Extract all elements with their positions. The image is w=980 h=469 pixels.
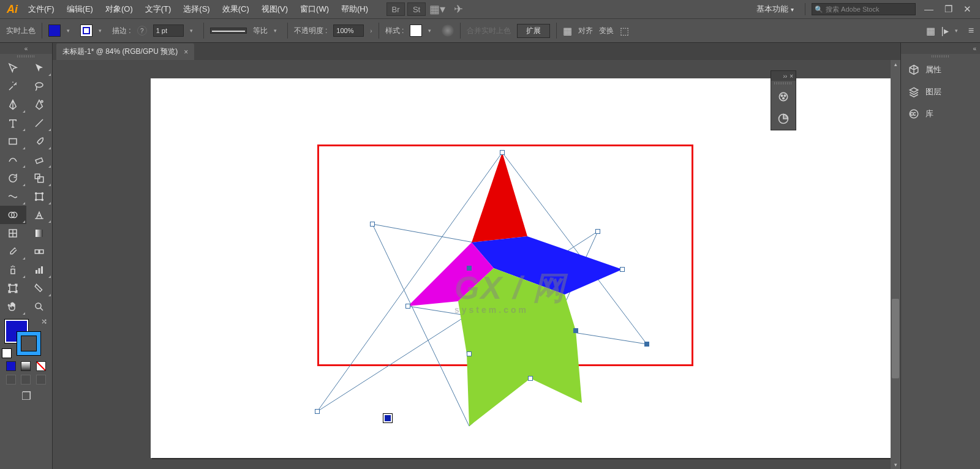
- stroke-swatch[interactable]: [80, 24, 92, 37]
- menu-edit[interactable]: 编辑(E): [61, 0, 99, 18]
- artboard-tool[interactable]: [0, 279, 26, 298]
- minimize-button[interactable]: —: [924, 4, 933, 15]
- zoom-tool[interactable]: [26, 298, 53, 316]
- screen-mode-icon[interactable]: ❐: [21, 389, 31, 403]
- line-tool[interactable]: [26, 114, 53, 132]
- anchor-point[interactable]: [644, 342, 649, 347]
- anchor-point[interactable]: [620, 267, 625, 272]
- anchor-point[interactable]: [467, 266, 472, 271]
- grip-icon[interactable]: [0, 54, 52, 59]
- direct-selection-tool[interactable]: [26, 59, 53, 77]
- panel-icon-1[interactable]: ▦: [926, 25, 935, 37]
- lasso-tool[interactable]: [26, 77, 53, 96]
- eraser-tool[interactable]: [26, 151, 53, 169]
- eyedropper-tool[interactable]: [0, 242, 26, 261]
- close-tab-button[interactable]: ×: [184, 48, 188, 56]
- color-mode-gradient[interactable]: [21, 361, 31, 371]
- draw-inside-icon[interactable]: [36, 375, 46, 385]
- anchor-point[interactable]: [595, 229, 600, 234]
- rotate-tool[interactable]: [0, 169, 26, 187]
- transform-label[interactable]: 变换: [599, 26, 614, 36]
- scroll-up-icon[interactable]: ▴: [891, 61, 900, 67]
- stroke-weight-input[interactable]: [153, 24, 184, 37]
- anchor-point[interactable]: [315, 409, 320, 414]
- bridge-icon[interactable]: Br: [386, 2, 405, 16]
- workspace-switcher[interactable]: 基本功能 ▾: [752, 4, 799, 15]
- align-icon[interactable]: ▦: [563, 25, 572, 37]
- collapse-panels-button[interactable]: «: [901, 43, 980, 54]
- anchor-point[interactable]: [467, 351, 472, 356]
- slice-tool[interactable]: [26, 279, 53, 298]
- close-button[interactable]: ✕: [963, 4, 971, 15]
- draw-behind-icon[interactable]: [21, 375, 31, 385]
- menu-type[interactable]: 文字(T): [139, 0, 178, 18]
- draw-normal-icon[interactable]: [6, 375, 16, 385]
- gradient-tool[interactable]: [26, 224, 53, 242]
- selection-tool[interactable]: [0, 59, 26, 77]
- collapse-floating-icon[interactable]: ››: [783, 73, 787, 80]
- color-mode-none[interactable]: [36, 361, 46, 371]
- rectangle-tool[interactable]: [0, 132, 26, 151]
- free-transform-tool[interactable]: [26, 187, 53, 206]
- column-graph-tool[interactable]: [26, 261, 53, 279]
- expand-button[interactable]: 扩展: [517, 24, 550, 38]
- shape-builder-tool[interactable]: [0, 206, 26, 224]
- vertical-scrollbar[interactable]: ▴ ▾: [891, 60, 900, 469]
- grip-icon[interactable]: [901, 54, 980, 59]
- menu-view[interactable]: 视图(V): [255, 0, 294, 18]
- grip-icon[interactable]: [771, 81, 796, 86]
- document-tab[interactable]: 未标题-1* @ 84% (RGB/GPU 预览) ×: [56, 43, 194, 60]
- opacity-input[interactable]: [333, 24, 364, 37]
- menu-select[interactable]: 选择(S): [177, 0, 216, 18]
- style-dropdown[interactable]: ▾: [428, 28, 435, 34]
- arrange-docs-icon[interactable]: ▦▾: [428, 2, 447, 16]
- dash-dropdown[interactable]: ▾: [274, 28, 281, 34]
- menu-object[interactable]: 对象(O): [99, 0, 139, 18]
- star-shape[interactable]: [285, 133, 726, 452]
- color-guide-icon[interactable]: [771, 108, 796, 130]
- stroke-help-icon[interactable]: ?: [137, 26, 147, 36]
- color-panel-icon[interactable]: [771, 86, 796, 108]
- curvature-tool[interactable]: [26, 96, 53, 114]
- anchor-point[interactable]: [500, 150, 505, 155]
- isolate-icon[interactable]: ⬚: [620, 25, 629, 37]
- menu-help[interactable]: 帮助(H): [335, 0, 374, 18]
- close-floating-icon[interactable]: ×: [790, 73, 793, 80]
- scroll-down-icon[interactable]: ▾: [891, 462, 900, 468]
- anchor-point[interactable]: [370, 222, 375, 227]
- stock-icon[interactable]: St: [407, 2, 426, 16]
- scale-tool[interactable]: [26, 169, 53, 187]
- swap-fill-stroke-icon[interactable]: ⤭: [41, 317, 47, 326]
- properties-panel-tab[interactable]: 属性: [901, 59, 980, 81]
- layers-panel-tab[interactable]: 图层: [901, 81, 980, 103]
- floating-panel[interactable]: ›› ×: [771, 70, 796, 130]
- stroke-weight-dropdown[interactable]: ▾: [190, 28, 197, 34]
- vertical-scroll-thumb[interactable]: [892, 299, 899, 378]
- panel-dropdown[interactable]: ▾: [955, 28, 962, 34]
- magic-wand-tool[interactable]: [0, 77, 26, 96]
- recolor-icon[interactable]: [442, 24, 454, 37]
- anchor-point[interactable]: [573, 328, 578, 333]
- mesh-tool[interactable]: [0, 224, 26, 242]
- color-mode-solid[interactable]: [6, 361, 16, 371]
- default-fill-stroke-icon[interactable]: [2, 349, 11, 358]
- libraries-panel-tab[interactable]: 库: [901, 103, 980, 125]
- menu-window[interactable]: 窗口(W): [294, 0, 335, 18]
- width-tool[interactable]: [0, 187, 26, 206]
- gpu-icon[interactable]: ✈: [449, 2, 467, 16]
- type-tool[interactable]: [0, 114, 26, 132]
- panel-menu-icon[interactable]: ≡: [968, 25, 974, 36]
- menu-file[interactable]: 文件(F): [22, 0, 61, 18]
- shaper-tool[interactable]: [0, 151, 26, 169]
- fill-stroke-indicator[interactable]: ⤭: [0, 316, 52, 359]
- stock-search-input[interactable]: 🔍 搜索 Adobe Stock: [812, 3, 916, 15]
- paintbrush-tool[interactable]: [26, 132, 53, 151]
- align-label[interactable]: 对齐: [578, 26, 593, 36]
- maximize-button[interactable]: ❐: [944, 4, 952, 15]
- anchor-point[interactable]: [405, 304, 410, 309]
- style-swatch[interactable]: [410, 24, 422, 37]
- pen-tool[interactable]: [0, 96, 26, 114]
- panel-icon-2[interactable]: |▸: [941, 25, 949, 37]
- opacity-arrow-icon[interactable]: ›: [370, 28, 372, 34]
- stroke-dropdown[interactable]: ▾: [99, 28, 106, 34]
